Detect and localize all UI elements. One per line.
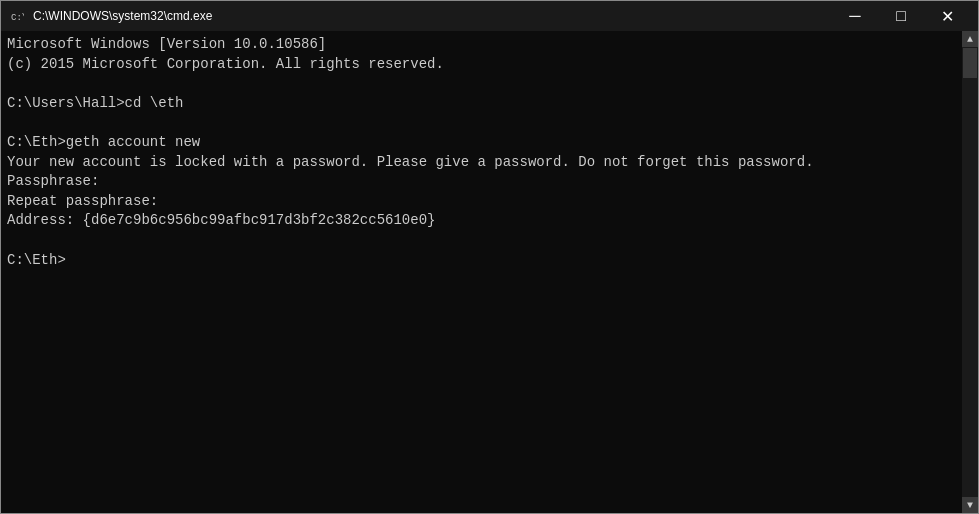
cmd-icon: C:\ xyxy=(9,8,25,24)
window-title: C:\WINDOWS\system32\cmd.exe xyxy=(33,9,212,23)
terminal-body[interactable]: Microsoft Windows [Version 10.0.10586] (… xyxy=(1,31,978,513)
cmd-window: C:\ C:\WINDOWS\system32\cmd.exe ─ □ ✕ Mi… xyxy=(0,0,979,514)
scrollbar-up-button[interactable]: ▲ xyxy=(962,31,978,47)
terminal-content: Microsoft Windows [Version 10.0.10586] (… xyxy=(7,35,972,270)
scrollbar-track[interactable] xyxy=(962,47,978,513)
minimize-button[interactable]: ─ xyxy=(832,1,878,31)
title-bar: C:\ C:\WINDOWS\system32\cmd.exe ─ □ ✕ xyxy=(1,1,978,31)
scrollbar[interactable]: ▲ ▼ xyxy=(962,31,978,513)
scrollbar-thumb[interactable] xyxy=(963,48,977,78)
close-button[interactable]: ✕ xyxy=(924,1,970,31)
title-bar-left: C:\ C:\WINDOWS\system32\cmd.exe xyxy=(9,8,212,24)
title-bar-controls: ─ □ ✕ xyxy=(832,1,970,31)
scrollbar-down-button[interactable]: ▼ xyxy=(962,497,978,513)
maximize-button[interactable]: □ xyxy=(878,1,924,31)
svg-text:C:\: C:\ xyxy=(11,13,24,23)
